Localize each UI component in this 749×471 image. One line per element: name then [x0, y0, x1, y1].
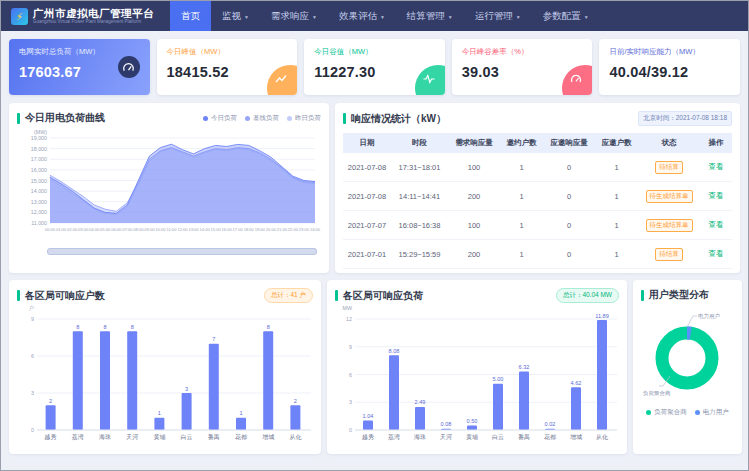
- cell-response: 0: [543, 211, 595, 240]
- kpi-label: 今日谷值（MW）: [314, 47, 435, 57]
- svg-text:16,000: 16,000: [31, 167, 47, 173]
- kpi-row: 电网实时总负荷（MW） 17603.67 今日峰值（MW） 18415.52 今…: [9, 39, 740, 95]
- cell-invited: 1: [500, 182, 543, 211]
- card-header: 响应情况统计（kW） 北京时间：2021-07-08 18:18: [343, 111, 732, 126]
- nav-item-operation[interactable]: 运行管理 ▼: [464, 1, 532, 31]
- cell-status: 待生成结算单: [638, 182, 700, 211]
- nav-item-monitoring[interactable]: 监视 ▼: [211, 1, 260, 31]
- svg-text:0: 0: [349, 427, 352, 433]
- svg-text:4.62: 4.62: [571, 380, 582, 386]
- col-status: 状态: [638, 133, 700, 153]
- svg-text:01:00: 01:00: [56, 227, 67, 232]
- nav-item-demand-response[interactable]: 需求响应 ▼: [260, 1, 328, 31]
- table-row: 2021-07-01 15:29~15:59 200 1 0 1 待结算 查看: [343, 240, 732, 269]
- svg-text:23:00: 23:00: [299, 227, 310, 232]
- legend-item-aggregator[interactable]: 负荷聚合商: [646, 408, 687, 417]
- table-header-row: 日期 时段 需求响应量 邀约户数 应邀响应量 应邀户数 状态 操作: [343, 133, 732, 153]
- svg-text:00:00: 00:00: [45, 227, 56, 232]
- cell-demand: 200: [448, 182, 500, 211]
- cell-action: 查看: [700, 211, 732, 240]
- svg-text:9: 9: [31, 316, 34, 322]
- svg-text:06:00: 06:00: [111, 227, 122, 232]
- view-link[interactable]: 查看: [709, 220, 724, 229]
- nav-item-label: 需求响应: [271, 10, 309, 23]
- svg-text:花都: 花都: [235, 434, 247, 441]
- card-header: 今日用电负荷曲线 今日负荷 基线负荷 昨日负荷: [17, 111, 321, 125]
- zoom-thumb[interactable]: [47, 248, 317, 255]
- cell-responded: 1: [595, 211, 638, 240]
- view-link[interactable]: 查看: [709, 191, 724, 200]
- app-title: 广州市虚拟电厂管理平台: [33, 8, 154, 19]
- svg-text:越秀: 越秀: [45, 433, 57, 441]
- svg-text:增城: 增城: [262, 434, 274, 441]
- svg-text:1.04: 1.04: [363, 413, 374, 419]
- svg-text:12: 12: [346, 316, 352, 322]
- nav-item-parameters[interactable]: 参数配置 ▼: [532, 1, 600, 31]
- svg-text:3: 3: [349, 399, 352, 405]
- view-link[interactable]: 查看: [709, 249, 724, 258]
- legend-item-today[interactable]: 今日负荷: [203, 114, 237, 123]
- district-load-card: 各区局可响应负荷 总计：40.04 MW 036912MW1.04越秀8.08荔…: [327, 280, 627, 454]
- kpi-label: 今日峰谷差率（%）: [462, 47, 583, 57]
- load-curve-card: 今日用电负荷曲线 今日负荷 基线负荷 昨日负荷 11,00012,00013,0…: [9, 103, 329, 273]
- kpi-card-today-peak: 今日峰值（MW） 18415.52: [157, 39, 298, 95]
- svg-text:8.08: 8.08: [389, 348, 400, 354]
- svg-text:海珠: 海珠: [99, 434, 111, 440]
- legend-dot-icon: [203, 116, 208, 121]
- chevron-down-icon: ▼: [244, 14, 249, 20]
- district-users-card: 各区局可响应户数 总计：41 户 0369户2越秀8荔湾8海珠8天河1黄埔3白云…: [9, 280, 321, 454]
- svg-text:海珠: 海珠: [414, 434, 426, 440]
- cell-demand: 100: [448, 211, 500, 240]
- kpi-card-peak-valley-rate: 今日峰谷差率（%） 39.03: [452, 39, 593, 95]
- beijing-time-badge: 北京时间：2021-07-08 18:18: [638, 111, 732, 126]
- total-load-badge: 总计：40.04 MW: [556, 288, 619, 303]
- table-row: 2021-07-08 17:31~18:01 100 1 0 1 待结算 查看: [343, 153, 732, 182]
- nav-item-effect-evaluation[interactable]: 效果评估 ▼: [328, 1, 396, 31]
- svg-text:10:00: 10:00: [155, 227, 166, 232]
- svg-text:11,000: 11,000: [31, 220, 47, 226]
- nav-item-label: 参数配置: [543, 10, 581, 23]
- svg-text:花都: 花都: [544, 434, 556, 441]
- legend-item-baseline[interactable]: 基线负荷: [245, 114, 279, 123]
- bottom-row: 各区局可响应户数 总计：41 户 0369户2越秀8荔湾8海珠8天河1黄埔3白云…: [9, 280, 740, 454]
- main-menu: 首页 监视 ▼ 需求响应 ▼ 效果评估 ▼ 结算管理 ▼ 运行管理 ▼: [170, 1, 600, 31]
- svg-text:1: 1: [239, 410, 242, 416]
- svg-text:6: 6: [31, 353, 34, 359]
- svg-text:03:00: 03:00: [78, 227, 89, 232]
- chevron-down-icon: ▼: [380, 14, 385, 20]
- nav-item-label: 首页: [181, 10, 200, 23]
- svg-text:从化: 从化: [596, 434, 608, 441]
- cell-responded: 1: [595, 240, 638, 269]
- svg-text:1: 1: [158, 410, 161, 416]
- svg-text:8: 8: [103, 324, 106, 330]
- legend-label: 负荷聚合商: [654, 408, 687, 417]
- nav-item-label: 效果评估: [339, 10, 377, 23]
- nav-item-settlement[interactable]: 结算管理 ▼: [396, 1, 464, 31]
- svg-text:14,000: 14,000: [31, 188, 47, 194]
- svg-text:17:00: 17:00: [233, 227, 244, 232]
- gauge-icon: [118, 56, 140, 78]
- svg-text:11.89: 11.89: [595, 313, 609, 319]
- svg-text:16:00: 16:00: [222, 227, 233, 232]
- kpi-label: 电网实时总负荷（MW）: [19, 47, 140, 57]
- chart-zoom-scrollbar[interactable]: [47, 248, 317, 255]
- svg-text:MW: MW: [343, 305, 352, 311]
- svg-text:09:00: 09:00: [144, 227, 155, 232]
- cell-date: 2021-07-01: [343, 240, 391, 269]
- svg-text:08:00: 08:00: [133, 227, 144, 232]
- view-link[interactable]: 查看: [709, 162, 724, 171]
- title-accent-bar: [343, 113, 346, 124]
- status-badge: 待生成结算单: [646, 190, 693, 203]
- chevron-down-icon: ▼: [584, 14, 589, 20]
- col-responded: 应邀户数: [595, 133, 638, 153]
- legend-item-yesterday[interactable]: 昨日负荷: [287, 114, 321, 123]
- cell-status: 待生成结算单: [638, 211, 700, 240]
- cell-response: 0: [543, 182, 595, 211]
- middle-row: 今日用电负荷曲线 今日负荷 基线负荷 昨日负荷 11,00012,00013,0…: [9, 103, 740, 273]
- district-users-title: 各区局可响应户数: [25, 289, 105, 303]
- cell-demand: 100: [448, 153, 500, 182]
- legend-label: 电力用户: [703, 408, 729, 417]
- nav-item-home[interactable]: 首页: [170, 1, 211, 31]
- legend-item-power-user[interactable]: 电力用户: [695, 408, 729, 417]
- svg-text:0: 0: [31, 427, 34, 433]
